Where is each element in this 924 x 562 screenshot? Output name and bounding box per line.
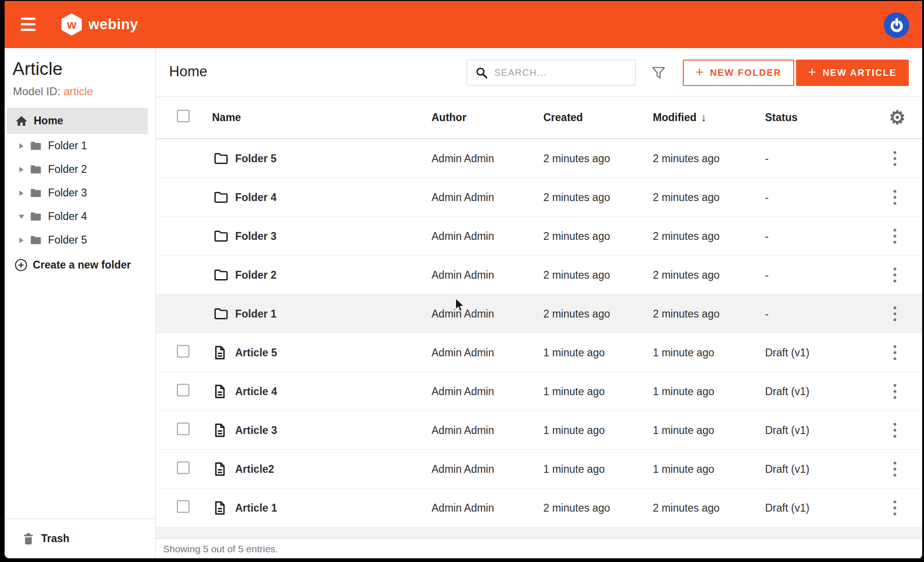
row-name[interactable]: Folder 5 xyxy=(235,152,276,165)
power-icon xyxy=(889,18,904,33)
plus-icon: + xyxy=(808,65,816,80)
row-name[interactable]: Article2 xyxy=(235,463,274,475)
select-all-checkbox[interactable] xyxy=(177,110,189,122)
plus-icon: + xyxy=(696,65,704,80)
sidebar-folder-item[interactable]: Folder 1 xyxy=(5,134,155,158)
row-actions-kebab-icon[interactable] xyxy=(890,382,900,401)
content-toolbar: Home + NEW FOLDER + NEW ARTICLE xyxy=(156,48,922,97)
row-name[interactable]: Article 5 xyxy=(235,346,277,359)
row-status: - xyxy=(765,152,769,165)
row-actions-kebab-icon[interactable] xyxy=(890,421,900,440)
new-folder-button[interactable]: + NEW FOLDER xyxy=(683,60,794,86)
column-settings-gear-icon[interactable]: ⚙ xyxy=(889,107,906,128)
user-avatar[interactable] xyxy=(884,12,909,38)
sort-descending-icon: ↓ xyxy=(701,111,707,123)
row-actions-kebab-icon[interactable] xyxy=(890,460,900,478)
column-header-name[interactable]: Name xyxy=(212,111,241,124)
row-name[interactable]: Folder 4 xyxy=(235,191,276,203)
table-row[interactable]: Folder 1 Admin Admin 2 minutes ago 2 min… xyxy=(156,294,922,333)
row-actions-kebab-icon[interactable] xyxy=(890,266,900,284)
row-created: 1 minute ago xyxy=(543,385,605,397)
column-header-modified[interactable]: Modified↓ xyxy=(653,111,707,124)
sidebar-item-home[interactable]: Home xyxy=(7,108,148,134)
row-author: Admin Admin xyxy=(432,501,494,514)
row-name[interactable]: Folder 1 xyxy=(235,307,276,320)
row-checkbox[interactable] xyxy=(177,500,189,513)
table-row[interactable]: Folder 2 Admin Admin 2 minutes ago 2 min… xyxy=(156,256,922,294)
row-name[interactable]: Article 3 xyxy=(235,424,277,436)
hamburger-menu-icon[interactable] xyxy=(21,18,36,31)
row-name[interactable]: Article 1 xyxy=(235,501,277,514)
table-header: Name Author Created Modified↓ Status ⚙ xyxy=(156,97,922,139)
sidebar-folder-label: Folder 3 xyxy=(48,187,87,199)
chevron-down-icon[interactable] xyxy=(19,214,24,219)
filter-button[interactable] xyxy=(651,66,666,82)
row-modified: 2 minutes ago xyxy=(653,152,719,165)
row-actions-kebab-icon[interactable] xyxy=(890,343,900,362)
row-created: 2 minutes ago xyxy=(543,230,610,242)
row-name[interactable]: Folder 3 xyxy=(235,230,276,242)
row-actions-kebab-icon[interactable] xyxy=(890,188,900,207)
document-icon xyxy=(214,501,225,515)
sidebar-folder-item[interactable]: Folder 5 xyxy=(5,228,155,252)
row-author: Admin Admin xyxy=(432,346,494,359)
row-actions-kebab-icon[interactable] xyxy=(890,227,900,245)
row-checkbox[interactable] xyxy=(177,461,189,474)
row-modified: 2 minutes ago xyxy=(653,501,719,514)
row-modified: 1 minute ago xyxy=(653,463,714,475)
document-icon xyxy=(214,462,225,476)
row-actions-kebab-icon[interactable] xyxy=(890,149,900,168)
row-checkbox[interactable] xyxy=(177,345,189,357)
sidebar: Article Model ID: article Home Folder 1 … xyxy=(5,48,156,558)
page-title: Home xyxy=(169,63,207,80)
column-header-author[interactable]: Author xyxy=(432,111,466,124)
row-name[interactable]: Folder 2 xyxy=(235,269,276,281)
home-icon xyxy=(15,115,28,127)
sidebar-folder-item[interactable]: Folder 4 xyxy=(5,205,155,228)
folder-tree: Folder 1 Folder 2 Folder 3 Folder 4 Fold… xyxy=(5,134,155,252)
row-actions-kebab-icon[interactable] xyxy=(890,499,900,517)
table-row[interactable]: Article 4 Admin Admin 1 minute ago 1 min… xyxy=(156,372,922,411)
row-status: Draft (v1) xyxy=(765,346,809,359)
trash-icon xyxy=(23,532,34,545)
new-article-button[interactable]: + NEW ARTICLE xyxy=(796,60,909,86)
search-input[interactable] xyxy=(494,67,635,78)
model-id-label: Model ID: xyxy=(13,85,61,98)
column-header-created[interactable]: Created xyxy=(543,111,583,124)
chevron-right-icon[interactable] xyxy=(19,238,24,243)
table-row[interactable]: Article 1 Admin Admin 2 minutes ago 2 mi… xyxy=(156,489,922,527)
table-row[interactable]: Article 3 Admin Admin 1 minute ago 1 min… xyxy=(156,411,922,450)
create-folder-button[interactable]: Create a new folder xyxy=(5,253,155,276)
row-checkbox[interactable] xyxy=(177,422,189,435)
create-folder-label: Create a new folder xyxy=(33,259,131,271)
row-status: Draft (v1) xyxy=(765,501,809,514)
table-row[interactable]: Folder 4 Admin Admin 2 minutes ago 2 min… xyxy=(156,178,922,217)
row-author: Admin Admin xyxy=(432,191,494,203)
search-box xyxy=(467,60,636,86)
model-id: Model ID: article xyxy=(13,85,93,98)
row-checkbox[interactable] xyxy=(177,384,189,396)
table-row[interactable]: Article2 Admin Admin 1 minute ago 1 minu… xyxy=(156,450,922,489)
column-header-status[interactable]: Status xyxy=(765,111,797,124)
row-created: 2 minutes ago xyxy=(543,307,610,320)
folder-icon xyxy=(30,141,42,151)
chevron-right-icon[interactable] xyxy=(19,143,24,149)
row-created: 2 minutes ago xyxy=(543,152,610,165)
table-row[interactable]: Article 5 Admin Admin 1 minute ago 1 min… xyxy=(156,333,922,372)
table-body: Folder 5 Admin Admin 2 minutes ago 2 min… xyxy=(156,139,922,527)
table-row[interactable]: Folder 3 Admin Admin 2 minutes ago 2 min… xyxy=(156,217,922,256)
sidebar-folder-label: Folder 5 xyxy=(48,234,87,246)
sidebar-folder-item[interactable]: Folder 3 xyxy=(5,181,155,205)
row-modified: 1 minute ago xyxy=(653,424,714,436)
trash-button[interactable]: Trash xyxy=(5,519,155,558)
row-actions-kebab-icon[interactable] xyxy=(890,305,900,323)
folder-icon xyxy=(214,230,228,242)
chevron-right-icon[interactable] xyxy=(19,190,24,196)
model-title: Article xyxy=(12,59,62,79)
webiny-hexagon-icon: w xyxy=(61,13,82,36)
row-status: - xyxy=(765,269,769,281)
sidebar-folder-item[interactable]: Folder 2 xyxy=(5,158,155,181)
chevron-right-icon[interactable] xyxy=(19,167,24,172)
table-row[interactable]: Folder 5 Admin Admin 2 minutes ago 2 min… xyxy=(156,139,922,178)
row-name[interactable]: Article 4 xyxy=(235,385,277,397)
